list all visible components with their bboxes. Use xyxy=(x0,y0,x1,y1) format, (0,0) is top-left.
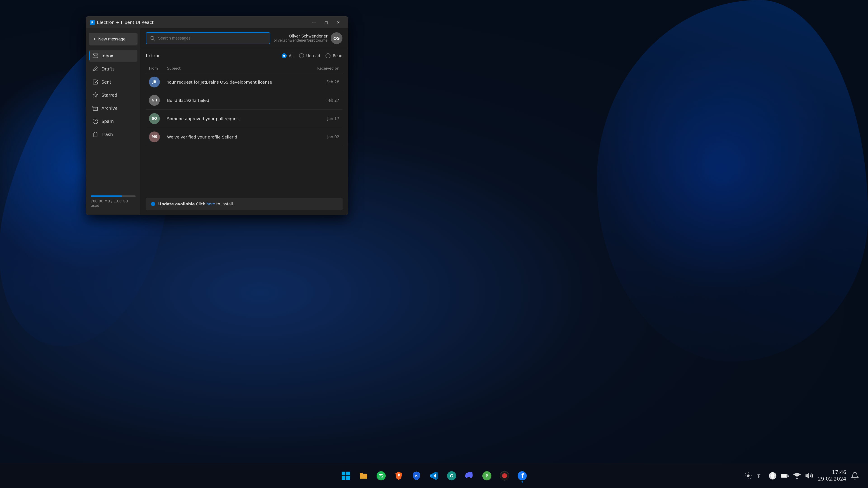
minimize-button[interactable]: — xyxy=(308,17,320,28)
taskbar-facebook-button[interactable]: f xyxy=(515,468,530,484)
system-tray: F xyxy=(744,472,813,480)
taskbar-peazip-button[interactable]: P xyxy=(479,468,495,484)
inbox-icon xyxy=(92,53,98,59)
taskbar-windows-button[interactable] xyxy=(338,468,353,484)
battery-icon[interactable] xyxy=(781,472,789,480)
title-bar: F Electron + Fluent UI React — □ ✕ xyxy=(86,17,348,28)
svg-text:P: P xyxy=(485,474,488,478)
notification-icon[interactable] xyxy=(851,472,859,480)
clock-time: 17:46 xyxy=(818,469,846,476)
radio-unread xyxy=(299,53,304,58)
svg-marker-38 xyxy=(806,473,809,478)
search-icon xyxy=(150,35,155,41)
main-area: Oliver Schwendener oliver.schwendener@pr… xyxy=(141,28,348,215)
sidebar-item-inbox[interactable]: Inbox xyxy=(89,50,137,62)
storage-section: 700.00 MB / 1.00 GB used xyxy=(89,193,137,210)
app-title: Electron + Fluent UI React xyxy=(97,20,306,25)
col-received: Received on xyxy=(303,66,339,70)
taskbar-gitkraken-button[interactable]: G xyxy=(444,468,459,484)
email-date: Feb 27 xyxy=(303,98,339,103)
plus-icon: + xyxy=(93,36,96,42)
filter-unread[interactable]: Unread xyxy=(299,53,320,58)
table-row[interactable]: SO Somone approved your pull request Jan… xyxy=(146,109,342,128)
svg-text:b: b xyxy=(415,474,418,478)
svg-rect-12 xyxy=(342,471,346,475)
inbox-title: Inbox xyxy=(146,53,159,59)
email-list-area: Inbox All Unread Read xyxy=(141,48,348,198)
sender-avatar-gh: GH xyxy=(149,95,160,106)
inbox-header: Inbox All Unread Read xyxy=(146,53,342,59)
search-input[interactable] xyxy=(158,36,266,41)
taskbar-bitwarden-button[interactable]: b xyxy=(409,468,424,484)
svg-point-37 xyxy=(797,478,798,479)
font-icon[interactable]: F xyxy=(756,472,765,480)
user-info: Oliver Schwendener oliver.schwendener@pr… xyxy=(274,34,328,42)
app-icon: F xyxy=(90,20,95,25)
svg-rect-36 xyxy=(782,475,786,477)
email-date: Jan 02 xyxy=(303,135,339,139)
sidebar-item-archive[interactable]: Archive xyxy=(89,102,137,114)
taskbar-spotify-button[interactable] xyxy=(373,468,389,484)
taskbar-brave-button[interactable] xyxy=(391,468,406,484)
svg-text:G: G xyxy=(450,473,454,479)
sidebar-item-drafts[interactable]: Drafts xyxy=(89,63,137,75)
table-row[interactable]: JB Your request for JetBrains OSS develo… xyxy=(146,73,342,91)
network-icon[interactable] xyxy=(769,472,777,480)
radio-read xyxy=(326,53,331,58)
update-link[interactable]: here xyxy=(206,202,215,206)
taskbar-file-explorer-button[interactable] xyxy=(356,468,371,484)
svg-line-29 xyxy=(745,473,746,474)
drafts-icon xyxy=(92,66,98,72)
volume-icon[interactable] xyxy=(805,472,813,480)
svg-point-7 xyxy=(151,36,154,39)
taskbar-davinci-button[interactable] xyxy=(497,468,512,484)
taskbar-right: F xyxy=(744,469,859,482)
user-email: oliver.schwendener@proton.me xyxy=(274,38,328,42)
svg-rect-13 xyxy=(346,471,350,475)
email-subject: Somone approved your pull request xyxy=(167,116,303,121)
top-bar: Oliver Schwendener oliver.schwendener@pr… xyxy=(141,28,348,48)
window-controls: — □ ✕ xyxy=(308,17,344,28)
table-header: From Subject Received on xyxy=(146,64,342,73)
email-subject: Build 8319243 failed xyxy=(167,98,303,103)
archive-icon xyxy=(92,105,98,111)
user-profile: Oliver Schwendener oliver.schwendener@pr… xyxy=(274,32,342,44)
sidebar: + New message Inbox Drafts xyxy=(86,28,141,215)
email-subject: Your request for JetBrains OSS developme… xyxy=(167,80,303,85)
sender-avatar-so: SO xyxy=(149,113,160,124)
clock-date: 29.02.2024 xyxy=(818,476,846,482)
sender-avatar-jb: JB xyxy=(149,76,160,88)
filter-all[interactable]: All xyxy=(282,53,293,58)
system-clock[interactable]: 17:46 29.02.2024 xyxy=(818,469,846,482)
user-name: Oliver Schwendener xyxy=(274,34,328,38)
filter-read[interactable]: Read xyxy=(326,53,342,58)
svg-point-26 xyxy=(747,475,749,477)
radio-all xyxy=(282,53,287,58)
table-row[interactable]: MS We've verified your profile SellerId … xyxy=(146,128,342,146)
email-subject: We've verified your profile SellerId xyxy=(167,135,303,139)
taskbar-discord-button[interactable] xyxy=(462,468,477,484)
sidebar-item-starred[interactable]: Starred xyxy=(89,89,137,101)
taskbar-vscode-button[interactable] xyxy=(426,468,442,484)
search-box[interactable] xyxy=(146,32,270,44)
email-date: Feb 28 xyxy=(303,80,339,84)
close-button[interactable]: ✕ xyxy=(333,17,344,28)
sidebar-item-trash[interactable]: Trash xyxy=(89,129,137,140)
sidebar-item-spam[interactable]: Spam xyxy=(89,116,137,127)
svg-text:F: F xyxy=(757,473,761,479)
storage-bar-fill xyxy=(91,195,122,197)
sent-icon xyxy=(92,79,98,85)
email-table: From Subject Received on JB Your request… xyxy=(146,64,342,193)
wifi-icon[interactable] xyxy=(793,472,801,480)
avatar[interactable]: OS xyxy=(331,32,342,44)
new-message-button[interactable]: + New message xyxy=(89,33,137,45)
spam-icon xyxy=(92,119,98,124)
sidebar-item-sent[interactable]: Sent xyxy=(89,76,137,88)
svg-point-23 xyxy=(502,473,507,478)
svg-rect-14 xyxy=(342,476,346,480)
maximize-button[interactable]: □ xyxy=(320,17,332,28)
svg-rect-15 xyxy=(346,476,350,480)
table-row[interactable]: GH Build 8319243 failed Feb 27 xyxy=(146,91,342,109)
brightness-icon[interactable] xyxy=(744,472,752,480)
update-banner: Update available Click here to install. xyxy=(146,198,342,210)
